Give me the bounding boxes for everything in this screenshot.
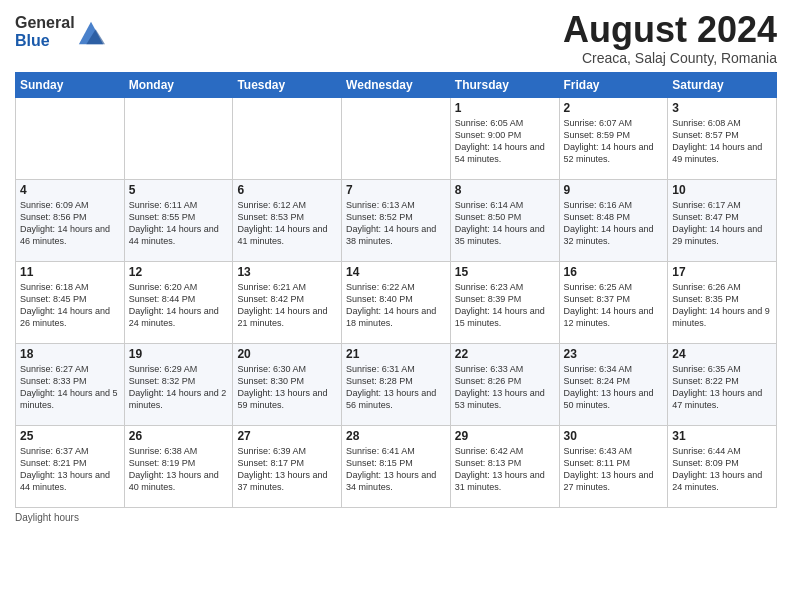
weekday-header-wednesday: Wednesday xyxy=(342,72,451,97)
cell-content: Sunrise: 6:09 AM Sunset: 8:56 PM Dayligh… xyxy=(20,199,120,248)
logo: General Blue xyxy=(15,14,105,49)
day-number: 10 xyxy=(672,183,772,197)
calendar-cell: 4Sunrise: 6:09 AM Sunset: 8:56 PM Daylig… xyxy=(16,179,125,261)
calendar-cell: 24Sunrise: 6:35 AM Sunset: 8:22 PM Dayli… xyxy=(668,343,777,425)
calendar-cell: 17Sunrise: 6:26 AM Sunset: 8:35 PM Dayli… xyxy=(668,261,777,343)
day-number: 30 xyxy=(564,429,664,443)
day-number: 24 xyxy=(672,347,772,361)
cell-content: Sunrise: 6:23 AM Sunset: 8:39 PM Dayligh… xyxy=(455,281,555,330)
calendar-cell: 31Sunrise: 6:44 AM Sunset: 8:09 PM Dayli… xyxy=(668,425,777,507)
calendar-cell: 25Sunrise: 6:37 AM Sunset: 8:21 PM Dayli… xyxy=(16,425,125,507)
weekday-header-sunday: Sunday xyxy=(16,72,125,97)
calendar-cell: 27Sunrise: 6:39 AM Sunset: 8:17 PM Dayli… xyxy=(233,425,342,507)
cell-content: Sunrise: 6:12 AM Sunset: 8:53 PM Dayligh… xyxy=(237,199,337,248)
cell-content: Sunrise: 6:17 AM Sunset: 8:47 PM Dayligh… xyxy=(672,199,772,248)
calendar-body: 1Sunrise: 6:05 AM Sunset: 9:00 PM Daylig… xyxy=(16,97,777,507)
calendar-cell: 5Sunrise: 6:11 AM Sunset: 8:55 PM Daylig… xyxy=(124,179,233,261)
day-number: 14 xyxy=(346,265,446,279)
calendar-cell: 15Sunrise: 6:23 AM Sunset: 8:39 PM Dayli… xyxy=(450,261,559,343)
weekday-header-tuesday: Tuesday xyxy=(233,72,342,97)
calendar-cell: 6Sunrise: 6:12 AM Sunset: 8:53 PM Daylig… xyxy=(233,179,342,261)
cell-content: Sunrise: 6:20 AM Sunset: 8:44 PM Dayligh… xyxy=(129,281,229,330)
calendar-cell: 20Sunrise: 6:30 AM Sunset: 8:30 PM Dayli… xyxy=(233,343,342,425)
calendar-cell: 18Sunrise: 6:27 AM Sunset: 8:33 PM Dayli… xyxy=(16,343,125,425)
cell-content: Sunrise: 6:22 AM Sunset: 8:40 PM Dayligh… xyxy=(346,281,446,330)
weekday-header-monday: Monday xyxy=(124,72,233,97)
day-number: 25 xyxy=(20,429,120,443)
day-number: 3 xyxy=(672,101,772,115)
calendar-cell: 26Sunrise: 6:38 AM Sunset: 8:19 PM Dayli… xyxy=(124,425,233,507)
cell-content: Sunrise: 6:43 AM Sunset: 8:11 PM Dayligh… xyxy=(564,445,664,494)
calendar-week-2: 4Sunrise: 6:09 AM Sunset: 8:56 PM Daylig… xyxy=(16,179,777,261)
cell-content: Sunrise: 6:41 AM Sunset: 8:15 PM Dayligh… xyxy=(346,445,446,494)
cell-content: Sunrise: 6:44 AM Sunset: 8:09 PM Dayligh… xyxy=(672,445,772,494)
calendar-week-5: 25Sunrise: 6:37 AM Sunset: 8:21 PM Dayli… xyxy=(16,425,777,507)
cell-content: Sunrise: 6:05 AM Sunset: 9:00 PM Dayligh… xyxy=(455,117,555,166)
calendar-cell xyxy=(233,97,342,179)
day-number: 9 xyxy=(564,183,664,197)
cell-content: Sunrise: 6:26 AM Sunset: 8:35 PM Dayligh… xyxy=(672,281,772,330)
cell-content: Sunrise: 6:38 AM Sunset: 8:19 PM Dayligh… xyxy=(129,445,229,494)
logo-blue: Blue xyxy=(15,32,75,50)
calendar-cell: 28Sunrise: 6:41 AM Sunset: 8:15 PM Dayli… xyxy=(342,425,451,507)
weekday-header-friday: Friday xyxy=(559,72,668,97)
calendar-cell: 30Sunrise: 6:43 AM Sunset: 8:11 PM Dayli… xyxy=(559,425,668,507)
day-number: 5 xyxy=(129,183,229,197)
calendar-cell: 21Sunrise: 6:31 AM Sunset: 8:28 PM Dayli… xyxy=(342,343,451,425)
calendar-cell xyxy=(124,97,233,179)
footer-text: Daylight hours xyxy=(15,512,79,523)
weekday-header-row: SundayMondayTuesdayWednesdayThursdayFrid… xyxy=(16,72,777,97)
calendar-cell: 7Sunrise: 6:13 AM Sunset: 8:52 PM Daylig… xyxy=(342,179,451,261)
cell-content: Sunrise: 6:13 AM Sunset: 8:52 PM Dayligh… xyxy=(346,199,446,248)
cell-content: Sunrise: 6:25 AM Sunset: 8:37 PM Dayligh… xyxy=(564,281,664,330)
calendar-cell: 29Sunrise: 6:42 AM Sunset: 8:13 PM Dayli… xyxy=(450,425,559,507)
cell-content: Sunrise: 6:08 AM Sunset: 8:57 PM Dayligh… xyxy=(672,117,772,166)
calendar-cell xyxy=(342,97,451,179)
day-number: 12 xyxy=(129,265,229,279)
page: General Blue August 2024 Creaca, Salaj C… xyxy=(0,0,792,612)
calendar-cell: 11Sunrise: 6:18 AM Sunset: 8:45 PM Dayli… xyxy=(16,261,125,343)
calendar-cell: 12Sunrise: 6:20 AM Sunset: 8:44 PM Dayli… xyxy=(124,261,233,343)
cell-content: Sunrise: 6:27 AM Sunset: 8:33 PM Dayligh… xyxy=(20,363,120,412)
day-number: 23 xyxy=(564,347,664,361)
day-number: 22 xyxy=(455,347,555,361)
day-number: 28 xyxy=(346,429,446,443)
cell-content: Sunrise: 6:42 AM Sunset: 8:13 PM Dayligh… xyxy=(455,445,555,494)
calendar-cell: 9Sunrise: 6:16 AM Sunset: 8:48 PM Daylig… xyxy=(559,179,668,261)
day-number: 1 xyxy=(455,101,555,115)
calendar-table: SundayMondayTuesdayWednesdayThursdayFrid… xyxy=(15,72,777,508)
cell-content: Sunrise: 6:18 AM Sunset: 8:45 PM Dayligh… xyxy=(20,281,120,330)
cell-content: Sunrise: 6:11 AM Sunset: 8:55 PM Dayligh… xyxy=(129,199,229,248)
calendar-cell: 22Sunrise: 6:33 AM Sunset: 8:26 PM Dayli… xyxy=(450,343,559,425)
logo-text: General Blue xyxy=(15,14,75,49)
cell-content: Sunrise: 6:16 AM Sunset: 8:48 PM Dayligh… xyxy=(564,199,664,248)
cell-content: Sunrise: 6:34 AM Sunset: 8:24 PM Dayligh… xyxy=(564,363,664,412)
calendar-cell: 3Sunrise: 6:08 AM Sunset: 8:57 PM Daylig… xyxy=(668,97,777,179)
day-number: 7 xyxy=(346,183,446,197)
cell-content: Sunrise: 6:35 AM Sunset: 8:22 PM Dayligh… xyxy=(672,363,772,412)
day-number: 29 xyxy=(455,429,555,443)
day-number: 16 xyxy=(564,265,664,279)
day-number: 6 xyxy=(237,183,337,197)
day-number: 31 xyxy=(672,429,772,443)
logo-icon xyxy=(77,18,105,46)
cell-content: Sunrise: 6:31 AM Sunset: 8:28 PM Dayligh… xyxy=(346,363,446,412)
calendar-cell: 8Sunrise: 6:14 AM Sunset: 8:50 PM Daylig… xyxy=(450,179,559,261)
cell-content: Sunrise: 6:39 AM Sunset: 8:17 PM Dayligh… xyxy=(237,445,337,494)
calendar-week-3: 11Sunrise: 6:18 AM Sunset: 8:45 PM Dayli… xyxy=(16,261,777,343)
calendar-cell: 13Sunrise: 6:21 AM Sunset: 8:42 PM Dayli… xyxy=(233,261,342,343)
weekday-header-saturday: Saturday xyxy=(668,72,777,97)
calendar-cell: 23Sunrise: 6:34 AM Sunset: 8:24 PM Dayli… xyxy=(559,343,668,425)
calendar-week-1: 1Sunrise: 6:05 AM Sunset: 9:00 PM Daylig… xyxy=(16,97,777,179)
cell-content: Sunrise: 6:07 AM Sunset: 8:59 PM Dayligh… xyxy=(564,117,664,166)
calendar-week-4: 18Sunrise: 6:27 AM Sunset: 8:33 PM Dayli… xyxy=(16,343,777,425)
day-number: 13 xyxy=(237,265,337,279)
day-number: 27 xyxy=(237,429,337,443)
location: Creaca, Salaj County, Romania xyxy=(563,50,777,66)
day-number: 11 xyxy=(20,265,120,279)
calendar-cell xyxy=(16,97,125,179)
day-number: 17 xyxy=(672,265,772,279)
cell-content: Sunrise: 6:33 AM Sunset: 8:26 PM Dayligh… xyxy=(455,363,555,412)
day-number: 8 xyxy=(455,183,555,197)
day-number: 15 xyxy=(455,265,555,279)
